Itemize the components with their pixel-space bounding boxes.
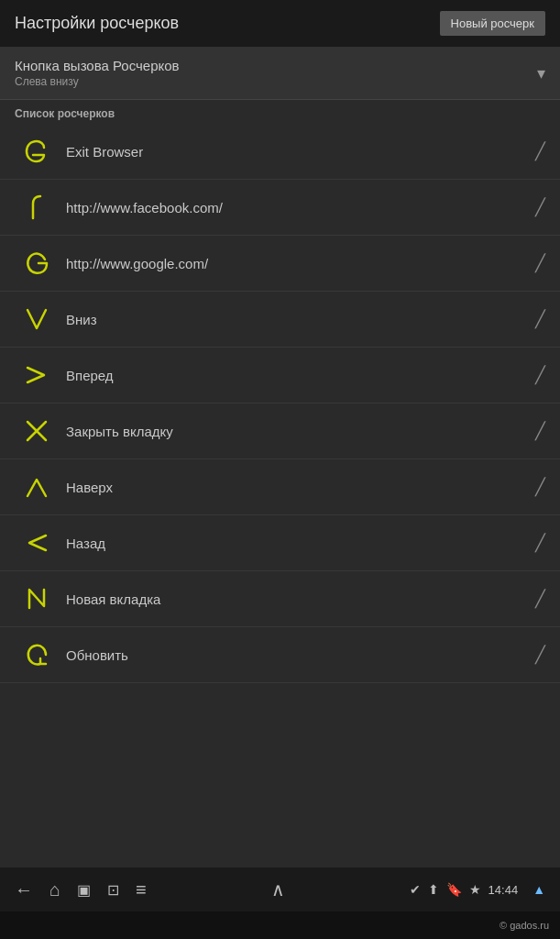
gesture-name: Закрыть вкладку xyxy=(59,424,528,439)
navigation-bar: ← ⌂ ▣ ⊡ ≡ ∧ ✔ ⬆ 🔖 ★ 14:44 ▲ xyxy=(0,867,560,911)
list-item[interactable]: Exit Browser ╱ xyxy=(0,124,560,180)
dropdown-arrow-icon[interactable]: ▾ xyxy=(537,63,545,83)
arrow-left-gesture-icon xyxy=(15,525,59,561)
edit-icon[interactable]: ╱ xyxy=(528,197,545,217)
edit-icon[interactable]: ╱ xyxy=(528,589,545,609)
list-item[interactable]: Вперед ╱ xyxy=(0,348,560,403)
bookmark-icon: 🔖 xyxy=(446,882,462,897)
nav-left-group: ← ⌂ ▣ ⊡ ≡ xyxy=(15,879,147,900)
e-gesture-icon xyxy=(15,133,59,170)
up-nav-icon[interactable]: ∧ xyxy=(271,878,285,900)
list-item[interactable]: http://www.facebook.com/ ╱ xyxy=(0,180,560,236)
time-display: 14:44 xyxy=(489,883,519,897)
star-icon: ★ xyxy=(469,882,481,897)
edit-icon[interactable]: ╱ xyxy=(528,141,545,161)
list-item[interactable]: Новая вкладка ╱ xyxy=(0,571,560,627)
list-item[interactable]: Обновить ╱ xyxy=(0,627,560,683)
gesture-button-sublabel: Слева внизу xyxy=(15,75,180,88)
gesture-name: Обновить xyxy=(59,647,528,663)
wifi-icon: ▲ xyxy=(533,882,545,897)
refresh-gesture-icon xyxy=(15,636,59,673)
integral-gesture-icon xyxy=(15,189,59,226)
gesture-button-label: Кнопка вызова Росчерков xyxy=(15,58,180,73)
v-gesture-icon xyxy=(15,301,59,337)
edit-icon[interactable]: ╱ xyxy=(528,645,545,665)
share-icon: ⬆ xyxy=(428,882,439,897)
nav-right-group: ✔ ⬆ 🔖 ★ 14:44 ▲ xyxy=(410,882,545,897)
gesture-name: Новая вкладка xyxy=(59,591,528,607)
back-nav-icon[interactable]: ← xyxy=(15,879,33,900)
app-header: Настройки росчерков Новый росчерк xyxy=(0,0,560,47)
new-gesture-button[interactable]: Новый росчерк xyxy=(440,11,545,36)
edit-icon[interactable]: ╱ xyxy=(528,533,545,553)
gesture-name: http://www.google.com/ xyxy=(59,256,528,271)
check-icon: ✔ xyxy=(410,882,421,897)
list-item[interactable]: Вниз ╱ xyxy=(0,292,560,348)
copyright-text: © gados.ru xyxy=(500,920,549,931)
edit-icon[interactable]: ╱ xyxy=(528,309,545,329)
list-item[interactable]: http://www.google.com/ ╱ xyxy=(0,236,560,292)
gesture-name: http://www.facebook.com/ xyxy=(59,200,528,215)
section-header: Список росчерков xyxy=(0,100,560,124)
page-title: Настройки росчерков xyxy=(15,14,179,33)
list-item[interactable]: Закрыть вкладку ╱ xyxy=(0,403,560,459)
gesture-name: Exit Browser xyxy=(59,144,528,160)
fullscreen-nav-icon[interactable]: ⊡ xyxy=(107,881,119,899)
gesture-name: Назад xyxy=(59,536,528,551)
list-item[interactable]: Наверх ╱ xyxy=(0,459,560,515)
button-row-info: Кнопка вызова Росчерков Слева внизу xyxy=(15,58,180,88)
x-gesture-icon xyxy=(15,413,59,449)
edit-icon[interactable]: ╱ xyxy=(528,421,545,441)
edit-icon[interactable]: ╱ xyxy=(528,477,545,497)
up-gesture-icon xyxy=(15,469,59,505)
edit-icon[interactable]: ╱ xyxy=(528,253,545,273)
n-gesture-icon xyxy=(15,580,59,617)
edit-icon[interactable]: ╱ xyxy=(528,365,545,385)
list-item[interactable]: Назад ╱ xyxy=(0,515,560,571)
g-gesture-icon xyxy=(15,245,59,282)
gesture-list: Exit Browser ╱ http://www.facebook.com/ … xyxy=(0,124,560,683)
menu-nav-icon[interactable]: ≡ xyxy=(136,879,147,900)
gesture-name: Вперед xyxy=(59,368,528,383)
gesture-name: Наверх xyxy=(59,480,528,495)
status-bar: © gados.ru xyxy=(0,911,560,939)
gesture-button-row[interactable]: Кнопка вызова Росчерков Слева внизу ▾ xyxy=(0,47,560,100)
home-nav-icon[interactable]: ⌂ xyxy=(49,879,60,900)
arrow-right-gesture-icon xyxy=(15,357,59,393)
nav-center-group: ∧ xyxy=(271,878,285,900)
recent-nav-icon[interactable]: ▣ xyxy=(77,881,91,899)
gesture-name: Вниз xyxy=(59,312,528,327)
